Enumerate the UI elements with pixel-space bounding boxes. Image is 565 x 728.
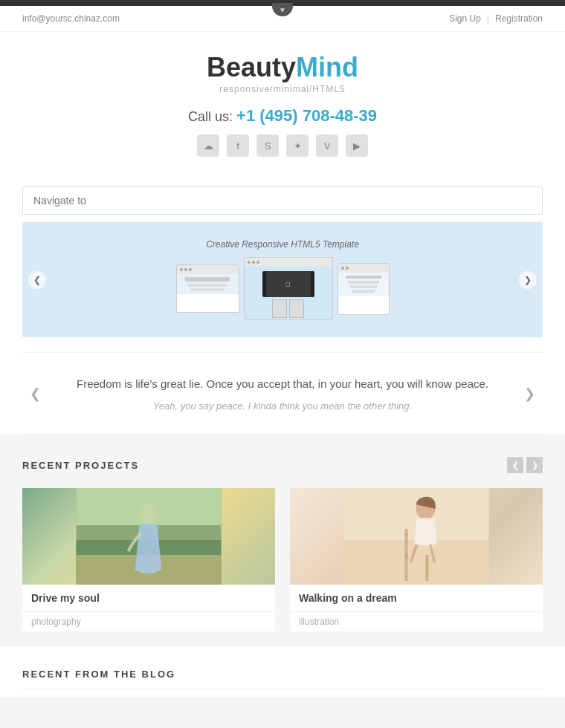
banner-next-arrow[interactable]: ❯ — [519, 271, 537, 289]
sign-up-link[interactable]: Sign Up — [449, 13, 481, 24]
svg-point-4 — [140, 503, 158, 525]
logo-tagline: responsive/minimal/HTML5 — [15, 84, 550, 94]
social-icon-facebook[interactable]: f — [227, 134, 249, 157]
social-icon-vimeo[interactable]: V — [316, 134, 338, 157]
screen-mock-left — [176, 264, 239, 313]
project-info-2: Walking on a dream — [290, 585, 543, 612]
project-name-1: Drive my soul — [31, 592, 266, 604]
social-icon-cloud[interactable]: ☁ — [197, 134, 219, 157]
blog-section-title: RECENT FROM THE BLOG — [22, 669, 543, 689]
social-icon-youtube[interactable]: ▶ — [346, 134, 368, 157]
project-card-1: Drive my soul photography — [22, 488, 275, 631]
main-content: ❮ Creative Responsive HTML5 Template — [0, 172, 565, 435]
banner-section: ❮ Creative Responsive HTML5 Template — [22, 222, 543, 337]
auth-links: Sign Up | Registration — [449, 13, 543, 24]
social-icon-star[interactable]: ✦ — [286, 134, 309, 157]
banner-inner: Creative Responsive HTML5 Template — [22, 222, 543, 337]
navigate-section — [22, 172, 543, 222]
email-address: info@yoursc.chinaz.com — [22, 13, 120, 24]
phone-number: +1 (495) 708-48-39 — [236, 106, 377, 125]
section-header: RECENT PROJECTS ❮ ❯ — [22, 457, 543, 473]
project-category-1: photography — [22, 612, 275, 631]
header: BeautyMind responsive/minimal/HTML5 Call… — [0, 32, 565, 172]
projects-next-button[interactable]: ❯ — [526, 457, 543, 473]
top-bar: ▼ — [0, 0, 565, 6]
divider: | — [487, 13, 489, 24]
banner-prev-arrow[interactable]: ❮ — [28, 271, 46, 289]
project-image-2 — [290, 488, 543, 585]
svg-rect-9 — [426, 555, 429, 581]
banner-title: Creative Responsive HTML5 Template — [206, 239, 359, 250]
screen-mock-center: ◻ — [244, 257, 333, 320]
projects-prev-button[interactable]: ❮ — [507, 457, 523, 473]
svg-rect-8 — [405, 555, 408, 581]
banner-screens: ◻ — [176, 257, 390, 320]
logo-beauty: Beauty — [207, 52, 296, 82]
social-icons: ☁ f S ✦ V ▶ — [15, 134, 550, 157]
section-title: RECENT PROJECTS — [22, 460, 139, 471]
projects-grid: Drive my soul photography — [22, 488, 543, 631]
logo: BeautyMind — [15, 54, 550, 81]
project-category-2: illustration — [290, 612, 543, 631]
svg-rect-10 — [405, 529, 408, 559]
phone: Call us: +1 (495) 708-48-39 — [15, 106, 550, 126]
quote-next-arrow[interactable]: ❯ — [524, 386, 535, 402]
registration-link[interactable]: Registration — [495, 13, 543, 24]
quote-text: Freedom is life's great lie. Once you ac… — [52, 375, 513, 393]
project-nav-arrows: ❮ ❯ — [507, 457, 543, 473]
quote-prev-arrow[interactable]: ❮ — [30, 386, 41, 402]
navigate-input[interactable] — [22, 186, 543, 215]
project-name-2: Walking on a dream — [299, 592, 534, 604]
project-card-2: Walking on a dream illustration — [290, 488, 543, 631]
project-image-1 — [22, 488, 275, 585]
screen-mock-right — [338, 263, 390, 315]
quote-sub: Yeah, you say peace. I kinda think you m… — [52, 400, 513, 412]
quote-section: ❮ Freedom is life's great lie. Once you … — [22, 352, 543, 435]
logo-mind: Mind — [296, 52, 358, 82]
blog-section: RECENT FROM THE BLOG — [0, 646, 565, 697]
project-info-1: Drive my soul — [22, 585, 275, 612]
social-icon-stumbleupon[interactable]: S — [256, 134, 279, 157]
recent-projects-section: RECENT PROJECTS ❮ ❯ — [0, 435, 565, 646]
phone-label: Call us: — [188, 109, 233, 124]
